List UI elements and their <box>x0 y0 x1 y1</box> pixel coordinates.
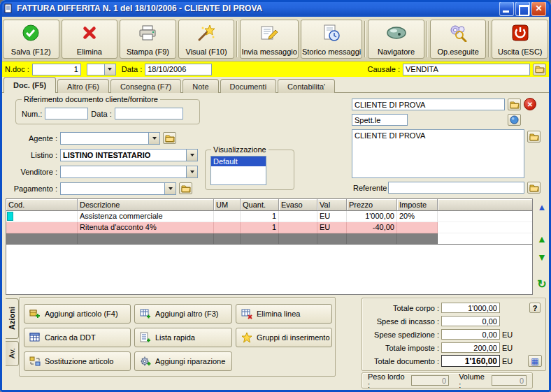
grid-header-evaso[interactable]: Evaso <box>279 199 317 211</box>
grid-header-descrizione[interactable]: Descrizione <box>78 199 214 211</box>
load-ddt-button[interactable]: Carica da DDT <box>24 328 131 347</box>
send-message-button[interactable]: Invia messaggio <box>240 20 299 59</box>
grid-cell-descrizione[interactable] <box>78 233 214 245</box>
listino-combo[interactable]: LISTINO INTESTATARIO <box>60 149 198 161</box>
title-bar[interactable]: FATTURA DIFFERITA N. 1 del 18/10/2006 - … <box>0 0 551 17</box>
grid-header-val[interactable]: Val <box>317 199 347 211</box>
tab-av[interactable]: Av. <box>6 341 19 366</box>
grid-header-prezzo[interactable]: Prezzo <box>347 199 397 211</box>
tab-contabilita[interactable]: Contabilita' <box>278 79 335 93</box>
grid-header-um[interactable]: UM <box>214 199 241 211</box>
chevron-down-icon[interactable] <box>164 183 176 194</box>
grid-cell-quant[interactable]: 1 <box>241 211 279 222</box>
delete-button[interactable]: Elimina <box>62 20 118 59</box>
grid-cell-val[interactable] <box>317 233 347 245</box>
venditore-combo[interactable] <box>60 166 198 178</box>
grid-cell-imposte[interactable] <box>397 222 438 233</box>
print-button[interactable]: Stampa (F9) <box>120 20 176 59</box>
grid-cell-um[interactable] <box>214 222 241 233</box>
tab-note[interactable]: Note <box>183 79 218 93</box>
delete-line-button[interactable]: Elimina linea <box>236 304 332 324</box>
grid-cell-val[interactable]: EU <box>317 211 347 222</box>
grid-row-2[interactable]: Ritenuta d'acconto 4% 1 EU -40,00 <box>6 222 532 233</box>
tab-azioni[interactable]: Azioni <box>6 298 19 339</box>
rif-num-input[interactable] <box>45 108 88 119</box>
chevron-down-icon[interactable] <box>104 64 115 75</box>
referente-input[interactable] <box>388 182 524 194</box>
maximize-button[interactable] <box>515 1 530 16</box>
spettle-input[interactable] <box>352 114 408 126</box>
grid-cell-evaso[interactable] <box>279 233 317 245</box>
add-other-button[interactable]: Aggiungi altro (F3) <box>134 304 232 324</box>
grid-header-quant[interactable]: Quant. <box>241 199 279 211</box>
grid-cell-descrizione[interactable]: Assistenza commerciale <box>78 211 214 222</box>
cliente-folder-button[interactable] <box>508 99 521 110</box>
grid-cell-um[interactable] <box>214 211 241 222</box>
grid-move-top-button[interactable]: ▲ <box>535 200 549 214</box>
chevron-down-icon[interactable] <box>148 133 159 144</box>
grid-move-down-button[interactable]: ▼ <box>535 250 549 264</box>
visual-button[interactable]: Visual (F10) <box>178 20 235 59</box>
pagamento-combo[interactable] <box>60 182 176 195</box>
save-button[interactable]: Salva (F12) <box>3 20 59 59</box>
grid-cell-cod[interactable] <box>6 233 78 245</box>
causale-folder-button[interactable] <box>533 64 546 75</box>
indirizzo-folder-button[interactable] <box>527 131 541 143</box>
quick-list-button[interactable]: Lista rapida <box>134 328 232 347</box>
navigator-button[interactable]: Navigatore <box>368 20 424 59</box>
grid-move-up-button[interactable]: ▲ <box>535 232 549 246</box>
visualizzazione-list[interactable]: Default <box>210 156 266 185</box>
grid-cell-imposte[interactable]: 20% <box>397 211 438 222</box>
agente-folder-button[interactable] <box>163 132 176 144</box>
tab-documenti[interactable]: Documenti <box>220 79 277 93</box>
pagamento-folder-button[interactable] <box>179 182 192 194</box>
grid-header-imposte[interactable]: Imposte <box>397 199 438 211</box>
grid-cell-cod[interactable] <box>6 222 78 233</box>
totals-help-button[interactable]: ? <box>529 303 541 313</box>
referente-folder-button[interactable] <box>527 182 541 194</box>
add-article-button[interactable]: Aggiungi articolo (F4) <box>24 304 131 324</box>
grid-cell-imposte[interactable] <box>397 233 438 245</box>
date-input[interactable] <box>145 64 212 75</box>
grid-header-cod[interactable]: Cod. <box>6 199 78 211</box>
rif-data-input[interactable] <box>115 108 183 119</box>
indirizzo-textarea[interactable]: CLIENTE DI PROVA <box>352 129 524 178</box>
grid-row-1[interactable]: Assistenza commerciale 1 EU 1'000,00 20% <box>6 211 532 222</box>
grid-cell-prezzo[interactable]: -40,00 <box>347 222 397 233</box>
grid-refresh-button[interactable]: ↻ <box>535 277 549 291</box>
grid-cell-um[interactable] <box>214 233 241 245</box>
agente-combo[interactable] <box>60 132 160 145</box>
visualizzazione-selected-item[interactable]: Default <box>211 157 266 166</box>
grid-cell-evaso[interactable] <box>279 222 317 233</box>
insert-groups-button[interactable]: Gruppi di inserimento <box>236 328 332 347</box>
operations-button[interactable]: Op.eseguite <box>430 20 487 59</box>
tab-doc[interactable]: Doc. (F5) <box>3 77 56 93</box>
grid-cell-evaso[interactable] <box>279 211 317 222</box>
contact-button[interactable] <box>508 114 521 126</box>
grid-cell-val[interactable]: EU <box>317 222 347 233</box>
message-history-button[interactable]: Storico messaggi <box>301 20 362 59</box>
doc-series-combo[interactable] <box>87 64 116 75</box>
chevron-down-icon[interactable] <box>186 150 197 161</box>
minimize-button[interactable] <box>499 1 514 16</box>
replace-article-button[interactable]: Sostituzione articolo <box>24 351 131 371</box>
ndoc-input[interactable] <box>32 64 81 75</box>
tab-consegna[interactable]: Consegna (F7) <box>110 79 181 93</box>
tab-altro[interactable]: Altro (F6) <box>57 79 109 93</box>
grid-cell-quant[interactable]: 1 <box>241 222 279 233</box>
totals-detail-button[interactable]: ▦ <box>528 355 542 367</box>
cliente-input[interactable] <box>352 99 505 110</box>
close-button[interactable]: ✕ <box>531 1 546 16</box>
grid-cell-quant[interactable] <box>241 233 279 245</box>
cliente-clear-button[interactable]: ✕ <box>524 98 536 110</box>
total-row: Totale imposte : 200,00 EU <box>362 341 545 354</box>
grid-cell-prezzo[interactable]: 1'000,00 <box>347 211 397 222</box>
grid-empty-row[interactable] <box>6 233 532 245</box>
grid-cell-cod[interactable] <box>6 211 78 222</box>
exit-button[interactable]: Uscita (ESC) <box>492 20 548 59</box>
causale-input[interactable] <box>403 64 530 75</box>
grid-cell-prezzo[interactable] <box>347 233 397 245</box>
grid-cell-descrizione[interactable]: Ritenuta d'acconto 4% <box>78 222 214 233</box>
chevron-down-icon[interactable] <box>186 166 197 177</box>
add-repair-button[interactable]: Aggiungi riparazione <box>134 351 232 371</box>
